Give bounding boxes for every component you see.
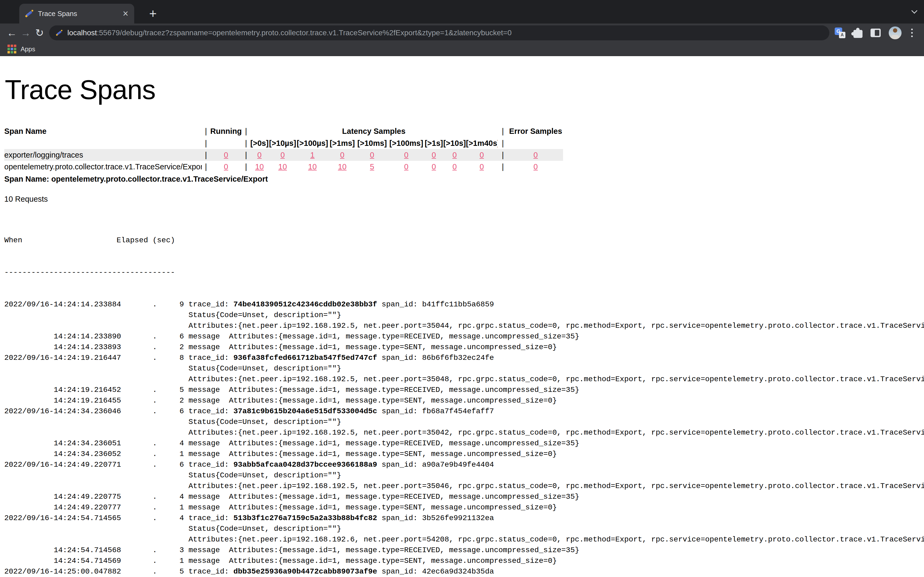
log-line: 14:24:14.233893 . 2 message Attributes:{… xyxy=(4,342,924,353)
log-line: 2022/09/16-14:24:34.236046 . 6 trace_id:… xyxy=(4,406,924,417)
log-line: 14:24:34.236052 . 1 message Attributes:{… xyxy=(4,449,924,459)
log-divider: -------------------------------------- xyxy=(4,267,924,278)
latency-bucket-label: [>1s] xyxy=(425,137,443,149)
span-summary-table: Span Name | Running | Latency Samples | … xyxy=(4,125,563,172)
log-line: 14:24:54.714568 . 3 message Attributes:{… xyxy=(4,545,924,556)
error-sample-link[interactable]: 0 xyxy=(533,163,538,171)
new-tab-button[interactable]: + xyxy=(144,5,162,22)
toolbar-icons: G A xyxy=(832,26,919,39)
log-line: Status{Code=Unset, description=""} xyxy=(4,310,924,321)
col-span-name: Span Name xyxy=(4,125,202,137)
extensions-puzzle-icon[interactable] xyxy=(853,30,863,38)
latency-bucket-label: [>0s] xyxy=(250,137,269,149)
log-line: Status{Code=Unset, description=""} xyxy=(4,363,924,374)
latency-sample-link[interactable]: 0 xyxy=(432,151,436,159)
column-divider: | xyxy=(498,137,508,149)
url-text: localhost:55679/debug/tracez?zspanname=o… xyxy=(67,29,512,37)
page-title: Trace Spans xyxy=(5,75,924,105)
profile-avatar[interactable] xyxy=(889,26,901,39)
latency-sample-link[interactable]: 0 xyxy=(480,151,484,159)
latency-sample-link[interactable]: 0 xyxy=(452,151,457,159)
running-count-link[interactable]: 0 xyxy=(224,163,228,171)
latency-bucket-label: [>100µs] xyxy=(296,137,328,149)
tab-close-icon[interactable]: × xyxy=(123,9,128,18)
chevron-down-icon[interactable] xyxy=(911,8,918,14)
column-divider: | xyxy=(202,125,210,137)
latency-sample-link[interactable]: 5 xyxy=(370,163,374,171)
latency-sample-link[interactable]: 10 xyxy=(278,163,287,171)
request-log: When Elapsed (sec) ---------------------… xyxy=(4,214,924,577)
column-divider: | xyxy=(202,161,210,172)
log-line: 14:24:19.216455 . 2 message Attributes:{… xyxy=(4,395,924,406)
latency-sample-link[interactable]: 0 xyxy=(281,151,285,159)
col-latency-samples: Latency Samples xyxy=(250,125,497,137)
latency-sample-link[interactable]: 1 xyxy=(310,151,314,159)
column-divider: | xyxy=(242,161,250,172)
latency-bucket-label: [>1ms] xyxy=(329,137,356,149)
translate-a-glyph: A xyxy=(839,32,845,38)
running-count-link[interactable]: 0 xyxy=(224,151,228,159)
url-host: localhost xyxy=(67,29,97,37)
log-line: 2022/09/16-14:25:00.047882 . 5 trace_id:… xyxy=(4,566,924,577)
browser-chrome: Trace Spans × + ← → ↻ localhost:55679/de… xyxy=(0,0,924,56)
column-divider: | xyxy=(242,125,250,137)
apps-grid-icon[interactable] xyxy=(8,45,16,53)
request-count: 10 Requests xyxy=(4,195,924,203)
bookmarks-bar: Apps xyxy=(0,42,924,56)
telescope-favicon-icon xyxy=(25,9,34,18)
url-bar[interactable]: localhost:55679/debug/tracez?zspanname=o… xyxy=(49,25,829,40)
latency-sample-link[interactable]: 0 xyxy=(452,163,457,171)
log-line: Status{Code=Unset, description=""} xyxy=(4,470,924,481)
side-panel-icon[interactable] xyxy=(871,29,881,37)
log-line: 14:24:34.236051 . 4 message Attributes:{… xyxy=(4,438,924,449)
span-name-cell: opentelemetry.proto.collector.trace.v1.T… xyxy=(4,161,202,172)
log-line: Status{Code=Unset, description=""} xyxy=(4,417,924,427)
column-divider: | xyxy=(242,149,250,161)
bookmark-apps[interactable]: Apps xyxy=(21,45,35,53)
table-row: exporter/logging/traces|0|001000000|0 xyxy=(4,149,563,161)
column-divider: | xyxy=(242,137,250,149)
column-divider: | xyxy=(498,125,508,137)
log-line: 14:24:49.220775 . 4 message Attributes:{… xyxy=(4,492,924,502)
translate-icon[interactable]: G A xyxy=(835,27,845,38)
latency-bucket-label: [>100ms] xyxy=(388,137,425,149)
latency-bucket-label: [>10ms] xyxy=(356,137,388,149)
browser-toolbar: ← → ↻ localhost:55679/debug/tracez?zspan… xyxy=(0,24,924,42)
log-line: 2022/09/16-14:24:49.220771 . 6 trace_id:… xyxy=(4,459,924,470)
table-header-row: Span Name | Running | Latency Samples | … xyxy=(4,125,563,137)
latency-sample-link[interactable]: 0 xyxy=(404,151,409,159)
error-sample-link[interactable]: 0 xyxy=(533,151,538,159)
latency-sample-link[interactable]: 0 xyxy=(370,151,374,159)
log-line: Attributes:{net.peer.ip=192.168.192.6, n… xyxy=(4,534,924,545)
latency-sample-link[interactable]: 10 xyxy=(338,163,347,171)
log-line: 2022/09/16-14:24:54.714565 . 4 trace_id:… xyxy=(4,513,924,524)
latency-sample-link[interactable]: 0 xyxy=(257,151,262,159)
latency-bucket-label: [>1m40s] xyxy=(466,137,498,149)
tab-strip: Trace Spans × + xyxy=(0,0,924,24)
latency-sample-link[interactable]: 10 xyxy=(255,163,263,171)
log-line: Attributes:{net.peer.ip=192.168.192.5, n… xyxy=(4,321,924,331)
column-divider: | xyxy=(202,149,210,161)
telescope-favicon-icon xyxy=(56,29,63,36)
latency-sample-link[interactable]: 10 xyxy=(308,163,317,171)
column-divider: | xyxy=(202,137,210,149)
log-line: Status{Code=Unset, description=""} xyxy=(4,524,924,534)
url-path: :55679/debug/tracez?zspanname=openteleme… xyxy=(97,29,512,37)
latency-sample-link[interactable]: 0 xyxy=(404,163,409,171)
tab-trace-spans[interactable]: Trace Spans × xyxy=(19,4,134,24)
log-line: 14:24:54.714569 . 1 message Attributes:{… xyxy=(4,556,924,566)
latency-sample-link[interactable]: 0 xyxy=(432,163,436,171)
back-button[interactable]: ← xyxy=(5,27,19,39)
menu-kebab-icon[interactable] xyxy=(909,29,914,37)
log-line: 2022/09/16-14:24:14.233884 . 9 trace_id:… xyxy=(4,299,924,310)
tracez-page: Trace Spans Span Name | Running | Latenc… xyxy=(0,75,924,577)
table-row: opentelemetry.proto.collector.trace.v1.T… xyxy=(4,161,563,172)
column-divider: | xyxy=(498,161,508,172)
latency-sample-link[interactable]: 0 xyxy=(480,163,484,171)
reload-button[interactable]: ↻ xyxy=(32,27,47,39)
col-error-samples: Error Samples xyxy=(508,125,563,137)
latency-sample-link[interactable]: 0 xyxy=(340,151,344,159)
forward-button[interactable]: → xyxy=(19,27,32,39)
span-name-cell: exporter/logging/traces xyxy=(4,149,202,161)
log-column-header: When Elapsed (sec) xyxy=(4,235,924,246)
